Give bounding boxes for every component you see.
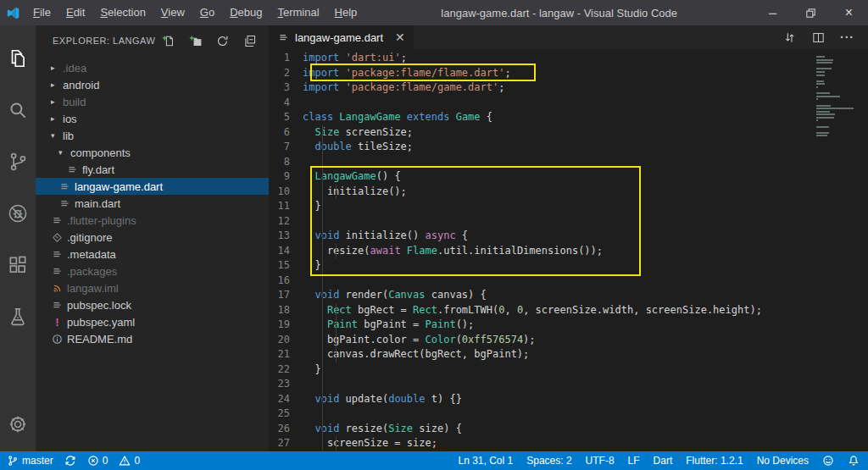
tree-item-fly-dart[interactable]: fly.dart <box>36 161 269 178</box>
status-cursor-position[interactable]: Ln 31, Col 1 <box>458 455 513 467</box>
refresh-button[interactable] <box>215 34 230 48</box>
status-eol-sequence-label: LF <box>628 455 640 467</box>
status-bar: master00 Ln 31, Col 1Spaces: 2UTF-8LFDar… <box>0 451 868 470</box>
tree-item-label: .idea <box>63 62 86 75</box>
tab-close-icon[interactable]: ✕ <box>395 30 405 44</box>
minimap-line <box>816 86 818 88</box>
minimap[interactable] <box>816 56 857 138</box>
status-encoding[interactable]: UTF-8 <box>586 455 615 467</box>
tree-item-langaw-game-dart[interactable]: langaw-game.dart <box>36 178 269 195</box>
tree-item-ios[interactable]: ▸ios <box>36 110 269 127</box>
activity-search[interactable] <box>0 84 36 135</box>
activity-explorer[interactable] <box>0 32 36 84</box>
status-warning-count[interactable]: 0 <box>119 455 140 467</box>
menu-debug[interactable]: Debug <box>222 0 270 25</box>
status-encoding-label: UTF-8 <box>586 455 615 467</box>
tree-item-langaw-iml[interactable]: langaw.iml <box>36 279 269 296</box>
menu-terminal[interactable]: Terminal <box>270 0 326 25</box>
tree-item-packages[interactable]: .packages <box>36 263 269 279</box>
tree-item-readme-md[interactable]: README.md <box>36 330 269 347</box>
tree-item-pubspec-yaml[interactable]: !pubspec.yaml <box>36 313 269 330</box>
tree-item-main-dart[interactable]: main.dart <box>36 195 269 212</box>
menu-selection[interactable]: Selection <box>92 0 153 25</box>
line-number: 12 <box>269 214 303 229</box>
line-number: 16 <box>269 274 303 289</box>
status-git-branch-status[interactable]: master <box>7 455 53 467</box>
code-line-14: 14 resize(await Flame.util.initialDimens… <box>269 244 868 259</box>
status-notifications[interactable] <box>848 455 860 467</box>
tree-item-label: .flutter-plugins <box>67 214 136 227</box>
code-editor[interactable]: 1import 'dart:ui';2import 'package:flame… <box>269 49 868 451</box>
vscode-window: FileEditSelectionViewGoDebugTerminalHelp… <box>0 0 868 470</box>
minimize-button[interactable]: ─ <box>754 0 792 25</box>
menu-view[interactable]: View <box>153 0 192 25</box>
activity-debug[interactable] <box>0 187 36 239</box>
code-text: import 'package:flame/game.dart'; <box>303 80 504 96</box>
code-line-15: 15 } <box>269 258 868 274</box>
open-changes-button[interactable] <box>782 30 797 45</box>
tree-item-pubspec-lock[interactable]: pubspec.lock <box>36 296 269 313</box>
status-language-mode-label: Dart <box>654 455 673 467</box>
tree-item-metadata[interactable]: .metadata <box>36 246 269 263</box>
activity-source-control[interactable] <box>0 135 36 187</box>
notifications-icon <box>848 455 860 467</box>
status-indentation[interactable]: Spaces: 2 <box>526 455 571 467</box>
status-language-mode[interactable]: Dart <box>654 455 673 467</box>
tree-item-android[interactable]: ▸android <box>36 76 269 93</box>
code-text: initialize(); <box>303 185 407 200</box>
activity-extensions[interactable] <box>0 239 36 290</box>
menu-file[interactable]: File <box>25 0 58 25</box>
status-sync-status[interactable] <box>64 455 76 467</box>
tree-item-label: langaw-game.dart <box>75 180 163 193</box>
tree-item-gitignore[interactable]: .gitignore <box>36 229 269 246</box>
readme-file-icon <box>51 334 64 345</box>
activity-bar <box>0 25 36 451</box>
code-line-10: 10 initialize(); <box>269 185 868 200</box>
line-number: 17 <box>269 288 303 303</box>
code-text: canvas.drawRect(bgRect, bgPaint); <box>303 347 529 362</box>
dart-file-icon <box>66 164 79 175</box>
status-eol-sequence[interactable]: LF <box>628 455 640 467</box>
collapse-all-button[interactable] <box>242 34 257 48</box>
new-folder-button[interactable] <box>188 34 203 48</box>
title-bar: FileEditSelectionViewGoDebugTerminalHelp… <box>0 0 868 25</box>
line-number: 11 <box>269 199 303 214</box>
close-button[interactable]: × <box>830 0 868 25</box>
explorer-icon <box>7 47 29 69</box>
code-text: } <box>303 199 321 214</box>
tree-item-label: build <box>63 96 86 108</box>
status-device-selector[interactable]: No Devices <box>757 455 809 467</box>
restore-button[interactable] <box>792 0 830 25</box>
menu-edit[interactable]: Edit <box>58 0 92 25</box>
status-feedback[interactable] <box>822 455 834 467</box>
minimap-line <box>816 83 825 85</box>
tree-item-label: langaw.iml <box>67 282 119 295</box>
code-line-6: 6 Size screenSize; <box>269 125 868 141</box>
tree-item-lib[interactable]: ▾lib <box>36 127 269 144</box>
new-file-button[interactable] <box>161 34 175 48</box>
line-number: 18 <box>269 303 303 318</box>
chevron-right-icon: ▸ <box>51 97 63 106</box>
activity-test[interactable] <box>0 290 36 342</box>
status-git-branch-status-label: master <box>22 455 53 467</box>
menu-help[interactable]: Help <box>327 0 365 25</box>
status-flutter-version[interactable]: Flutter: 1.2.1 <box>686 455 743 467</box>
activity-settings[interactable] <box>0 406 36 443</box>
tree-item-idea[interactable]: ▸.idea <box>36 59 269 76</box>
tree-item-label: fly.dart <box>82 163 114 176</box>
tree-item-components[interactable]: ▾components <box>36 144 269 161</box>
tree-item-build[interactable]: ▸build <box>36 93 269 110</box>
status-indentation-label: Spaces: 2 <box>526 455 571 467</box>
dart-file-icon <box>58 198 71 209</box>
code-line-23: 23 <box>269 377 868 392</box>
line-number: 7 <box>269 140 303 155</box>
dart-file-icon <box>277 32 290 43</box>
line-number: 20 <box>269 333 303 348</box>
menu-go[interactable]: Go <box>192 0 222 25</box>
tab-langaw-game-dart[interactable]: langaw-game.dart ✕ <box>269 25 414 49</box>
status-error-count[interactable]: 0 <box>87 455 108 467</box>
tree-item-flutter-plugins[interactable]: .flutter-plugins <box>36 212 269 229</box>
more-actions-button[interactable]: ··· <box>840 30 854 44</box>
line-number: 4 <box>269 96 303 111</box>
split-editor-button[interactable] <box>811 30 826 45</box>
